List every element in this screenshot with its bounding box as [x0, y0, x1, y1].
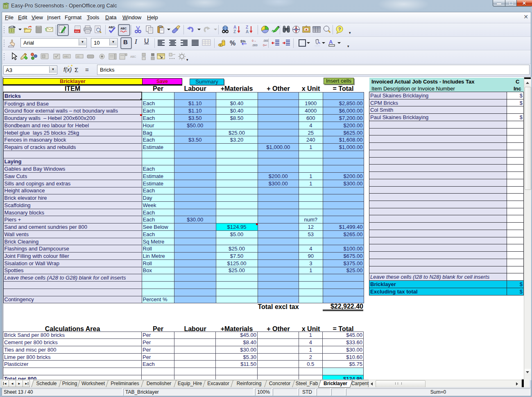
svg-text:0↩: 0↩: [263, 44, 267, 47]
svg-text:ABC: ABC: [130, 55, 136, 58]
svg-text:.000: .000: [252, 44, 258, 47]
svg-text:PDF: PDF: [75, 30, 80, 33]
svg-text:12.: 12.: [77, 55, 80, 58]
svg-text:.000: .000: [263, 39, 269, 42]
svg-text:0→: 0→: [252, 39, 256, 42]
svg-text:A: A: [233, 25, 236, 29]
svg-text:Z: Z: [233, 29, 236, 34]
svg-text:%: %: [230, 40, 235, 47]
svg-text:ABC: ABC: [64, 55, 69, 58]
svg-text:Z: Z: [246, 25, 248, 29]
svg-text:?: ?: [338, 27, 341, 32]
svg-text:A: A: [329, 39, 333, 45]
svg-text:ABC: ABC: [120, 27, 127, 30]
svg-text:A: A: [246, 29, 249, 34]
